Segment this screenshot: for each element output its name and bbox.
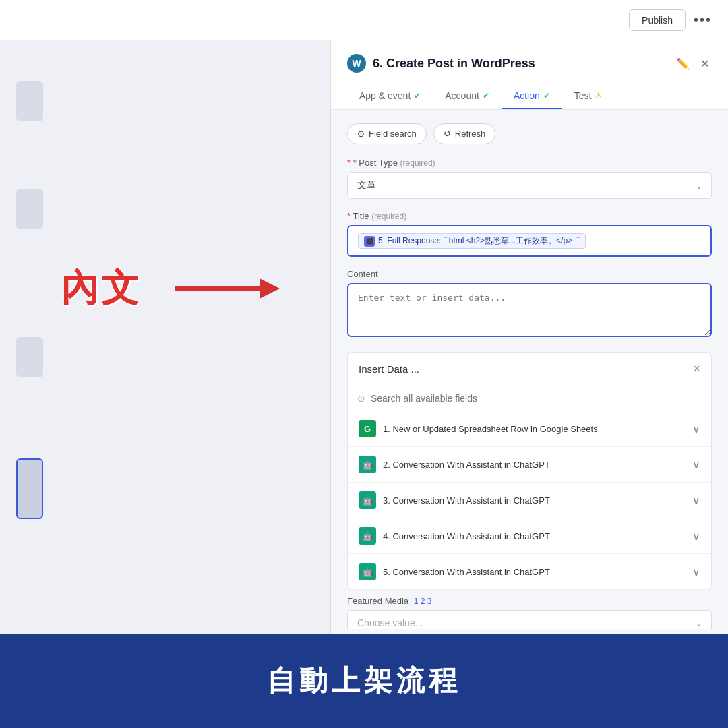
right-panel: W 6. Create Post in WordPress ✏️ ✕ App &… [330,40,728,634]
field-search-label: Field search [369,129,417,139]
sheets-source-name: 1. New or Updated Spreadsheet Row in Goo… [383,424,598,434]
title-field: * Title (required) ⬛ 5. Full Response: `… [347,211,712,257]
panel-title-row: W 6. Create Post in WordPress ✏️ ✕ [347,54,712,73]
close-button[interactable]: ✕ [698,55,712,73]
post-type-field: * * Post Type (required) 文章 [347,158,712,199]
chevron-icon-2: ∨ [692,458,700,471]
sidebar-block-3 [16,337,43,377]
insert-data-close-button[interactable]: × [693,362,700,376]
search-box: ⊙ [348,386,711,411]
insert-data-title: Insert Data ... [359,363,419,375]
post-type-text: * Post Type [353,158,398,168]
post-type-select[interactable]: 文章 [347,172,712,199]
publish-button[interactable]: Publish [629,9,686,31]
chatgpt-icon-4: 🤖 [359,563,376,580]
content-field: Content [347,269,712,340]
panel-body: ⊙ Field search ↺ Refresh * * Post Type (… [331,110,728,629]
chinese-label: 內文 [61,263,142,314]
featured-media-placeholder: Choose value... [357,617,423,628]
featured-media-label: Featured Media 1 2 3 [347,596,712,606]
chevron-icon-4: ∨ [692,530,700,543]
post-type-select-wrapper: 文章 [347,172,712,199]
panel-header: W 6. Create Post in WordPress ✏️ ✕ App &… [331,40,728,110]
panel-title: W 6. Create Post in WordPress [347,54,535,73]
data-source-left-3: 🤖 3. Conversation With Assistant in Chat… [359,491,550,509]
post-type-asterisk: * [347,158,353,168]
chatgpt2-source-name: 3. Conversation With Assistant in ChatGP… [383,495,550,506]
top-bar: Publish ••• [0,0,728,40]
more-button[interactable]: ••• [694,12,712,28]
search-input[interactable] [371,393,702,404]
tab-app-event-status: ✔ [414,91,421,100]
content-textarea[interactable] [347,283,712,337]
featured-media-select[interactable]: Choose value... [347,610,712,629]
wordpress-icon: W [347,54,366,73]
tab-test-label: Test [574,90,592,101]
post-type-required-text: (required) [400,158,435,168]
featured-media-text: Featured Media [347,596,408,606]
tab-app-event-label: App & event [359,90,411,101]
data-tag-icon: ⬛ [364,236,375,247]
tab-action-label: Action [514,90,540,101]
tab-test-status: ⚠ [595,91,602,100]
chevron-icon-5: ∨ [692,566,700,578]
sheets-icon: G [359,420,376,437]
chevron-icon-1: ∨ [692,423,700,435]
featured-media-select-wrapper: Choose value... [347,610,712,629]
featured-media-nums[interactable]: 1 2 3 [414,597,432,606]
content-label: Content [347,269,712,279]
chatgpt-icon-3: 🤖 [359,527,376,545]
data-source-item-chatgpt1[interactable]: 🤖 2. Conversation With Assistant in Chat… [348,447,711,483]
panel-actions: ✏️ ✕ [673,55,712,73]
title-input[interactable]: ⬛ 5. Full Response: ``html <h2>熟悉草...工作效… [347,225,712,257]
post-type-value: 文章 [357,179,376,191]
tab-app-event[interactable]: App & event ✔ [347,84,433,109]
tab-account[interactable]: Account ✔ [433,84,502,109]
chatgpt3-source-name: 4. Conversation With Assistant in ChatGP… [383,531,550,541]
post-type-label: * * Post Type (required) [347,158,712,168]
title-text: Title [353,211,369,221]
featured-media-section: Featured Media 1 2 3 Choose value... [347,596,712,629]
toolbar: ⊙ Field search ↺ Refresh [347,123,712,144]
data-source-item-chatgpt2[interactable]: 🤖 3. Conversation With Assistant in Chat… [348,483,711,518]
field-search-button[interactable]: ⊙ Field search [347,123,427,144]
insert-data-panel: Insert Data ... × ⊙ G 1. New or Updated … [347,352,712,590]
arrow-graphic [175,275,283,302]
title-required-text: (required) [371,212,406,221]
tab-account-status: ✔ [483,91,489,100]
search-icon-small: ⊙ [357,393,365,404]
sidebar-block-2 [16,189,43,229]
svg-marker-1 [260,278,280,299]
data-source-item-sheets[interactable]: G 1. New or Updated Spreadsheet Row in G… [348,411,711,447]
tab-account-label: Account [445,90,479,101]
chatgpt4-source-name: 5. Conversation With Assistant in ChatGP… [383,567,550,577]
refresh-label: Refresh [455,129,486,139]
refresh-button[interactable]: ↺ Refresh [433,123,496,144]
chatgpt-icon-1: 🤖 [359,456,376,473]
sidebar-block-1 [16,81,43,121]
tab-action-status: ✔ [543,91,550,100]
title-data-tag: ⬛ 5. Full Response: ``html <h2>熟悉草...工作效… [358,233,586,249]
panel-title-text: 6. Create Post in WordPress [373,57,535,71]
title-label: * Title (required) [347,211,712,221]
data-source-left-4: 🤖 4. Conversation With Assistant in Chat… [359,527,550,545]
data-source-item-chatgpt3[interactable]: 🤖 4. Conversation With Assistant in Chat… [348,518,711,554]
edit-button[interactable]: ✏️ [673,55,692,73]
insert-data-header: Insert Data ... × [348,353,711,386]
tab-action[interactable]: Action ✔ [502,84,562,109]
chatgpt-icon-2: 🤖 [359,491,376,509]
data-source-left-2: 🤖 2. Conversation With Assistant in Chat… [359,456,550,473]
data-source-item-chatgpt4[interactable]: 🤖 5. Conversation With Assistant in Chat… [348,554,711,590]
bottom-banner-text: 自動上架流程 [267,662,461,700]
chevron-icon-3: ∨ [692,494,700,507]
bottom-banner: 自動上架流程 [0,634,728,728]
chatgpt1-source-name: 2. Conversation With Assistant in ChatGP… [383,460,550,470]
sidebar-block-4 [16,458,43,519]
tabs: App & event ✔ Account ✔ Action ✔ Test ⚠ [347,84,712,109]
tab-test[interactable]: Test ⚠ [562,84,615,109]
search-icon: ⊙ [357,129,365,139]
refresh-icon: ↺ [444,129,451,139]
data-source-left-5: 🤖 5. Conversation With Assistant in Chat… [359,563,550,580]
title-tag-text: 5. Full Response: ``html <h2>熟悉草...工作效率。… [378,235,580,247]
data-source-left-1: G 1. New or Updated Spreadsheet Row in G… [359,420,598,437]
